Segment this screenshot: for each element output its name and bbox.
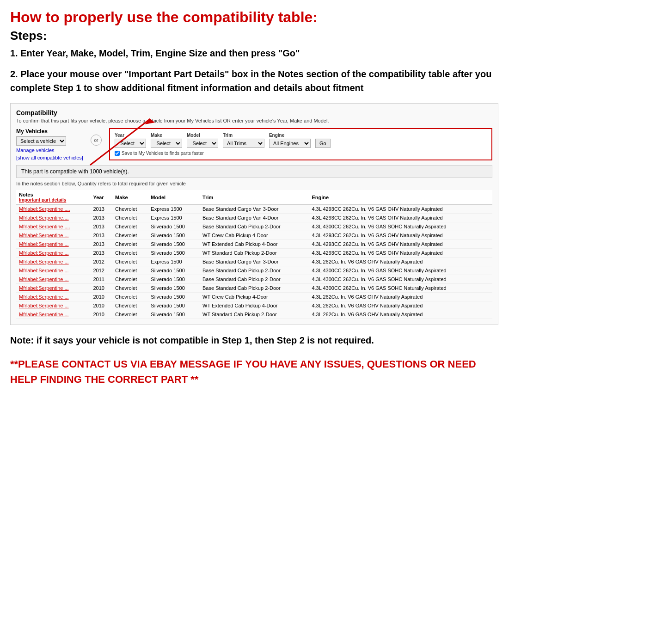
engine-cell: 4.3L 4293CC 262Cu. In. V6 GAS OHV Natura… bbox=[309, 240, 492, 249]
engine-cell: 4.3L 4300CC 262Cu. In. V6 GAS SOHC Natur… bbox=[309, 275, 492, 284]
trim-cell: WT Standard Cab Pickup 2-Door bbox=[200, 310, 309, 319]
engine-cell: 4.3L 262Cu. In. V6 GAS OHV Naturally Asp… bbox=[309, 293, 492, 301]
engine-cell: 4.3L 4293CC 262Cu. In. V6 GAS OHV Natura… bbox=[309, 249, 492, 258]
table-row: Mfrlabel:Serpentine ...2013ChevroletSilv… bbox=[16, 231, 492, 240]
compat-table: Notes Important part details Year Make M… bbox=[16, 190, 492, 319]
year-cell: 2013 bbox=[90, 222, 112, 231]
table-row: Mfrlabel:Serpentine ...2013ChevroletSilv… bbox=[16, 249, 492, 258]
model-cell: Silverado 1500 bbox=[148, 266, 200, 275]
table-row: Mfrlabel:Serpentine ...2010ChevroletSilv… bbox=[16, 301, 492, 310]
make-cell: Chevrolet bbox=[112, 310, 148, 319]
make-select[interactable]: -Select- bbox=[151, 139, 182, 148]
notes-cell[interactable]: Mfrlabel:Serpentine ... bbox=[16, 310, 90, 319]
year-cell: 2010 bbox=[90, 284, 112, 293]
table-row: Mfrlabel:Serpentine ...2010ChevroletSilv… bbox=[16, 310, 492, 319]
make-label: Make bbox=[151, 133, 182, 138]
notes-cell[interactable]: Mfrlabel:Serpentine ... bbox=[16, 284, 90, 293]
make-cell: Chevrolet bbox=[112, 240, 148, 249]
step1-text: 1. Enter Year, Make, Model, Trim, Engine… bbox=[10, 47, 498, 60]
trim-cell: WT Crew Cab Pickup 4-Door bbox=[200, 293, 309, 301]
engine-cell: 4.3L 4300CC 262Cu. In. V6 GAS SOHC Natur… bbox=[309, 284, 492, 293]
trim-cell: WT Extended Cab Pickup 4-Door bbox=[200, 301, 309, 310]
make-cell: Chevrolet bbox=[112, 231, 148, 240]
model-select[interactable]: -Select- bbox=[187, 139, 218, 148]
table-row: Mfrlabel:Serpentine ...2010ChevroletSilv… bbox=[16, 284, 492, 293]
engine-select[interactable]: All Engines bbox=[269, 139, 311, 148]
notes-cell[interactable]: Mfrlabel:Serpentine ... bbox=[16, 266, 90, 275]
trim-cell: Base Standard Cab Pickup 2-Door bbox=[200, 275, 309, 284]
model-field-group: Model -Select- bbox=[187, 133, 218, 148]
year-cell: 2010 bbox=[90, 293, 112, 301]
year-select[interactable]: -Select- bbox=[115, 139, 146, 148]
engine-field-group: Engine All Engines bbox=[269, 133, 311, 148]
col-header-year: Year bbox=[90, 190, 112, 205]
table-row: Mfrlabel:Serpentine ...2011ChevroletSilv… bbox=[16, 275, 492, 284]
make-cell: Chevrolet bbox=[112, 222, 148, 231]
notes-cell[interactable]: Mfrlabel:Serpentine .... bbox=[16, 222, 90, 231]
trim-select[interactable]: All Trims bbox=[223, 139, 264, 148]
engine-cell: 4.3L 262Cu. In. V6 GAS OHV Naturally Asp… bbox=[309, 258, 492, 266]
notes-cell[interactable]: Mfrlabel:Serpentine ... bbox=[16, 258, 90, 266]
year-cell: 2012 bbox=[90, 258, 112, 266]
trim-cell: WT Extended Cab Pickup 4-Door bbox=[200, 240, 309, 249]
make-cell: Chevrolet bbox=[112, 214, 148, 222]
col-header-make: Make bbox=[112, 190, 148, 205]
notes-cell[interactable]: Mfrlabel:Serpentine ... bbox=[16, 293, 90, 301]
notes-cell[interactable]: Mfrlabel:Serpentine ... bbox=[16, 275, 90, 284]
year-cell: 2013 bbox=[90, 249, 112, 258]
make-cell: Chevrolet bbox=[112, 249, 148, 258]
trim-cell: WT Standard Cab Pickup 2-Door bbox=[200, 249, 309, 258]
show-all-link[interactable]: [show all compatible vehicles] bbox=[16, 155, 83, 160]
trim-cell: Base Standard Cab Pickup 2-Door bbox=[200, 222, 309, 231]
my-vehicles-section: My Vehicles Select a vehicle Manage vehi… bbox=[16, 128, 83, 160]
notes-cell[interactable]: Mfrlabel:Serpentine .... bbox=[16, 205, 90, 214]
compat-title: Compatibility bbox=[16, 109, 492, 117]
vehicle-select-row: Select a vehicle bbox=[16, 136, 83, 146]
model-cell: Silverado 1500 bbox=[148, 301, 200, 310]
table-row: Mfrlabel:Serpentine ....2013ChevroletSil… bbox=[16, 222, 492, 231]
year-cell: 2013 bbox=[90, 214, 112, 222]
engine-cell: 4.3L 262Cu. In. V6 GAS OHV Naturally Asp… bbox=[309, 310, 492, 319]
col-header-notes: Notes Important part details bbox=[16, 190, 90, 205]
trim-label: Trim bbox=[223, 133, 264, 138]
col-header-notes-sub: Important part details bbox=[19, 197, 87, 202]
compatibility-widget: Compatibility To confirm that this part … bbox=[10, 103, 498, 325]
year-cell: 2013 bbox=[90, 240, 112, 249]
table-row: Mfrlabel:Serpentine....2013ChevroletExpr… bbox=[16, 214, 492, 222]
model-cell: Silverado 1500 bbox=[148, 284, 200, 293]
notes-cell[interactable]: Mfrlabel:Serpentine ... bbox=[16, 301, 90, 310]
year-cell: 2010 bbox=[90, 310, 112, 319]
year-field-group: Year -Select- bbox=[115, 133, 146, 148]
model-cell: Silverado 1500 bbox=[148, 310, 200, 319]
engine-cell: 4.3L 262Cu. In. V6 GAS OHV Naturally Asp… bbox=[309, 301, 492, 310]
make-cell: Chevrolet bbox=[112, 266, 148, 275]
my-vehicles-label: My Vehicles bbox=[16, 128, 83, 135]
notes-cell[interactable]: Mfrlabel:Serpentine ... bbox=[16, 249, 90, 258]
vehicle-select-dropdown[interactable]: Select a vehicle bbox=[16, 136, 66, 146]
note-below: Note: if it says your vehicle is not com… bbox=[10, 333, 498, 347]
notes-cell[interactable]: Mfrlabel:Serpentine ... bbox=[16, 231, 90, 240]
steps-heading: Steps: bbox=[10, 29, 498, 43]
year-cell: 2013 bbox=[90, 231, 112, 240]
col-header-engine: Engine bbox=[309, 190, 492, 205]
engine-label: Engine bbox=[269, 133, 311, 138]
model-cell: Express 1500 bbox=[148, 214, 200, 222]
engine-cell: 4.3L 4293CC 262Cu. In. V6 GAS OHV Natura… bbox=[309, 205, 492, 214]
contact-note: **PLEASE CONTACT US VIA EBAY MESSAGE IF … bbox=[10, 356, 498, 387]
trim-cell: Base Standard Cargo Van 3-Door bbox=[200, 258, 309, 266]
manage-vehicles-link[interactable]: Manage vehicles bbox=[16, 147, 83, 153]
save-label: Save to My Vehicles to finds parts faste… bbox=[122, 151, 204, 156]
year-make-form: Year -Select- Make -Select- Model -Selec… bbox=[109, 128, 492, 160]
save-row: Save to My Vehicles to finds parts faste… bbox=[115, 151, 487, 156]
make-cell: Chevrolet bbox=[112, 301, 148, 310]
model-cell: Silverado 1500 bbox=[148, 231, 200, 240]
go-button[interactable]: Go bbox=[315, 139, 331, 148]
step2-text: 2. Place your mouse over "Important Part… bbox=[10, 67, 498, 95]
table-row: Mfrlabel:Serpentine ....2013ChevroletExp… bbox=[16, 205, 492, 214]
notes-cell[interactable]: Mfrlabel:Serpentine.... bbox=[16, 214, 90, 222]
save-checkbox[interactable] bbox=[115, 151, 120, 156]
engine-cell: 4.3L 4300CC 262Cu. In. V6 GAS SOHC Natur… bbox=[309, 222, 492, 231]
trim-cell: Base Standard Cargo Van 3-Door bbox=[200, 205, 309, 214]
trim-cell: Base Standard Cargo Van 4-Door bbox=[200, 214, 309, 222]
notes-cell[interactable]: Mfrlabel:Serpentine ... bbox=[16, 240, 90, 249]
